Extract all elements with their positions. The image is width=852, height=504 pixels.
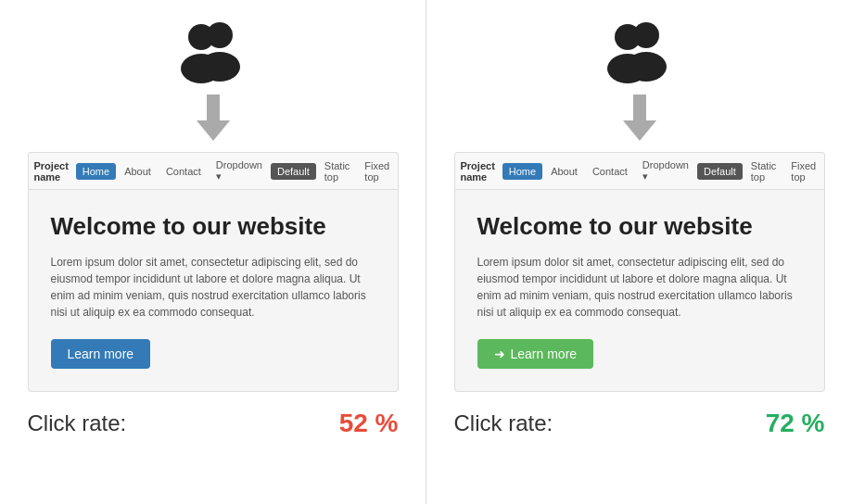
svg-point-8 xyxy=(615,24,641,50)
nav-dropdown-right[interactable]: Dropdown ▾ xyxy=(636,157,695,185)
arrow-down-right xyxy=(623,94,656,152)
svg-point-9 xyxy=(607,54,648,83)
nav-contact-right[interactable]: Contact xyxy=(586,163,634,180)
arrow-down-left xyxy=(197,94,230,152)
left-panel: Project name Home About Contact Dropdown… xyxy=(0,0,426,504)
nav-home-right[interactable]: Home xyxy=(502,163,542,180)
learn-more-button-left[interactable]: Learn more xyxy=(51,339,151,369)
click-rate-value-left: 52 % xyxy=(339,409,399,438)
nav-about-left[interactable]: About xyxy=(118,163,158,180)
click-rate-value-right: 72 % xyxy=(766,409,825,438)
svg-rect-10 xyxy=(633,94,646,120)
navbar-left: Project name Home About Contact Dropdown… xyxy=(28,152,399,190)
content-card-right: Welcome to our website Lorem ipsum dolor… xyxy=(454,190,825,392)
nav-default-left[interactable]: Default xyxy=(271,163,316,180)
click-rate-right: Click rate: 72 % xyxy=(454,399,825,438)
right-panel: Project name Home About Contact Dropdown… xyxy=(426,0,852,504)
nav-home-left[interactable]: Home xyxy=(76,163,116,180)
nav-contact-left[interactable]: Contact xyxy=(159,163,208,180)
click-rate-left: Click rate: 52 % xyxy=(28,399,399,438)
svg-point-3 xyxy=(181,54,222,83)
users-icon-left xyxy=(172,19,255,94)
navbar-brand-left: Project name xyxy=(34,160,69,183)
nav-about-right[interactable]: About xyxy=(544,163,584,180)
svg-rect-4 xyxy=(207,94,220,120)
arrow-icon-right: ➜ xyxy=(494,346,505,361)
content-card-left: Welcome to our website Lorem ipsum dolor… xyxy=(28,190,399,392)
card-body-right: Lorem ipsum dolor sit amet, consectetur … xyxy=(477,254,802,321)
click-rate-label-left: Click rate: xyxy=(28,410,127,436)
svg-point-2 xyxy=(188,24,214,50)
nav-static-right[interactable]: Static top xyxy=(744,158,783,185)
svg-marker-11 xyxy=(623,120,656,141)
nav-fixed-right[interactable]: Fixed top xyxy=(784,158,822,185)
svg-marker-5 xyxy=(197,120,230,141)
nav-fixed-left[interactable]: Fixed top xyxy=(358,158,396,185)
users-icon-right xyxy=(598,19,681,94)
learn-more-button-right[interactable]: ➜ Learn more xyxy=(477,339,594,369)
nav-static-left[interactable]: Static top xyxy=(318,158,357,185)
navbar-brand-right: Project name xyxy=(461,160,495,183)
nav-default-right[interactable]: Default xyxy=(697,163,743,180)
nav-dropdown-left[interactable]: Dropdown ▾ xyxy=(210,157,269,185)
card-title-left: Welcome to our website xyxy=(51,212,375,241)
learn-more-label-right: Learn more xyxy=(511,346,578,361)
navbar-right: Project name Home About Contact Dropdown… xyxy=(454,152,825,190)
click-rate-label-right: Click rate: xyxy=(454,410,553,436)
card-title-right: Welcome to our website xyxy=(477,212,802,241)
card-body-left: Lorem ipsum dolor sit amet, consectetur … xyxy=(51,254,375,321)
